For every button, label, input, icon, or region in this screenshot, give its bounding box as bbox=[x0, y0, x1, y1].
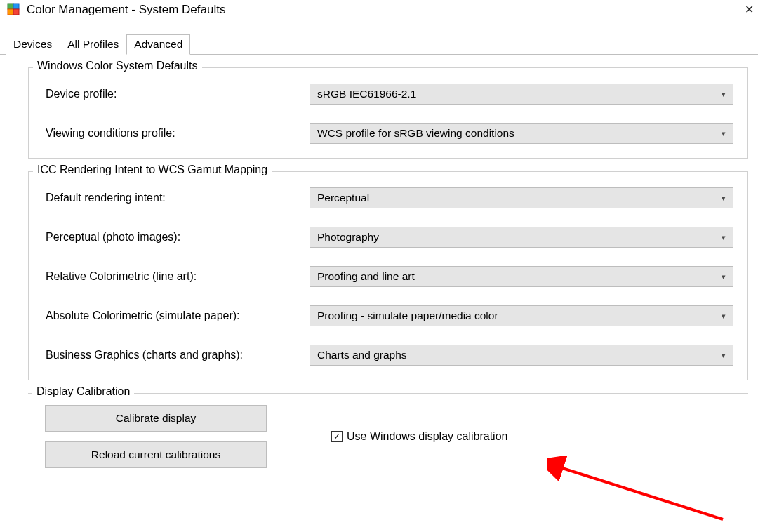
chevron-down-icon: ▾ bbox=[722, 90, 726, 99]
select-device-profile-value: sRGB IEC61966-2.1 bbox=[317, 88, 416, 100]
svg-rect-2 bbox=[8, 9, 13, 15]
label-default-intent: Default rendering intent: bbox=[43, 192, 310, 204]
select-viewing-conditions-value: WCS profile for sRGB viewing conditions bbox=[317, 127, 514, 140]
group-display-calibration: Display Calibration Calibrate display Re… bbox=[28, 393, 748, 468]
chevron-down-icon: ▾ bbox=[722, 351, 726, 360]
select-perceptual[interactable]: Photography ▾ bbox=[310, 227, 733, 248]
color-management-icon bbox=[7, 3, 21, 17]
label-viewing-conditions: Viewing conditions profile: bbox=[43, 127, 310, 140]
use-windows-calibration-checkbox[interactable]: ✓ Use Windows display calibration bbox=[331, 430, 507, 443]
svg-rect-0 bbox=[8, 4, 13, 9]
reload-calibrations-button[interactable]: Reload current calibrations bbox=[45, 441, 267, 468]
window-title: Color Management - System Defaults bbox=[27, 3, 225, 17]
tab-all-profiles[interactable]: All Profiles bbox=[60, 34, 126, 55]
select-relative[interactable]: Proofing and line art ▾ bbox=[310, 266, 733, 287]
titlebar: Color Management - System Defaults ✕ bbox=[0, 0, 758, 21]
checkbox-icon: ✓ bbox=[331, 431, 343, 442]
select-relative-value: Proofing and line art bbox=[317, 270, 415, 283]
tab-devices[interactable]: Devices bbox=[6, 34, 60, 55]
select-default-intent[interactable]: Perceptual ▾ bbox=[310, 187, 733, 208]
select-device-profile[interactable]: sRGB IEC61966-2.1 ▾ bbox=[310, 84, 733, 105]
use-windows-calibration-label: Use Windows display calibration bbox=[347, 430, 507, 443]
group-title-wcs: Windows Color System Defaults bbox=[33, 60, 202, 72]
select-business-value: Charts and graphs bbox=[317, 349, 407, 361]
label-absolute: Absolute Colorimetric (simulate paper): bbox=[43, 310, 310, 322]
chevron-down-icon: ▾ bbox=[722, 272, 726, 281]
chevron-down-icon: ▾ bbox=[722, 129, 726, 138]
select-perceptual-value: Photography bbox=[317, 231, 379, 244]
chevron-down-icon: ▾ bbox=[722, 233, 726, 242]
select-default-intent-value: Perceptual bbox=[317, 192, 369, 204]
svg-rect-3 bbox=[13, 9, 19, 15]
chevron-down-icon: ▾ bbox=[722, 194, 726, 203]
label-perceptual: Perceptual (photo images): bbox=[43, 231, 310, 244]
label-relative: Relative Colorimetric (line art): bbox=[43, 270, 310, 283]
select-business[interactable]: Charts and graphs ▾ bbox=[310, 345, 733, 366]
tab-advanced[interactable]: Advanced bbox=[126, 34, 190, 55]
group-title-calibration: Display Calibration bbox=[32, 385, 134, 398]
tab-bar: Devices All Profiles Advanced bbox=[0, 34, 758, 55]
select-absolute[interactable]: Proofing - simulate paper/media color ▾ bbox=[310, 305, 733, 326]
group-wcs-defaults: Windows Color System Defaults Device pro… bbox=[28, 67, 748, 159]
close-icon[interactable]: ✕ bbox=[745, 3, 754, 16]
select-absolute-value: Proofing - simulate paper/media color bbox=[317, 310, 498, 322]
label-business: Business Graphics (charts and graphs): bbox=[43, 349, 310, 361]
calibrate-display-button[interactable]: Calibrate display bbox=[45, 405, 267, 432]
svg-rect-1 bbox=[13, 4, 19, 9]
select-viewing-conditions[interactable]: WCS profile for sRGB viewing conditions … bbox=[310, 123, 733, 144]
chevron-down-icon: ▾ bbox=[722, 312, 726, 321]
label-device-profile: Device profile: bbox=[43, 88, 310, 100]
svg-line-5 bbox=[558, 467, 723, 519]
group-icc-mapping: ICC Rendering Intent to WCS Gamut Mappin… bbox=[28, 171, 748, 380]
tab-content: Windows Color System Defaults Device pro… bbox=[0, 55, 758, 468]
group-title-icc: ICC Rendering Intent to WCS Gamut Mappin… bbox=[33, 164, 272, 176]
